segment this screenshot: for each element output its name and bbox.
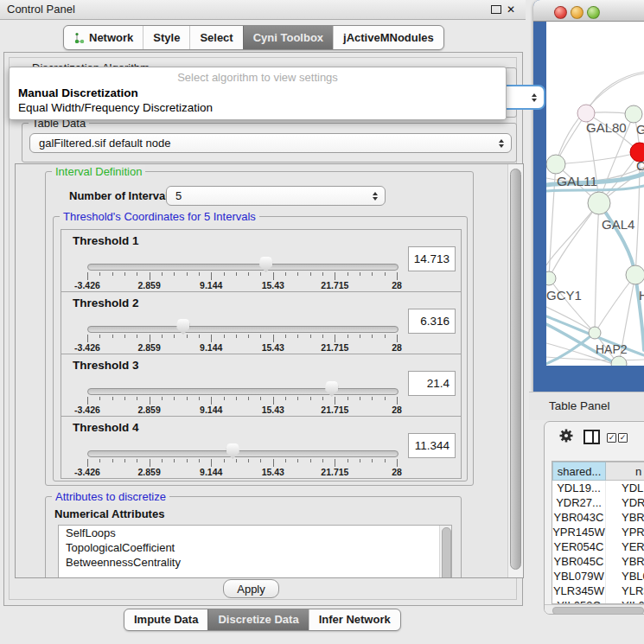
network-edge-highlighted xyxy=(599,203,635,275)
number-of-intervals-value: 5 xyxy=(175,189,182,202)
table-row[interactable]: YBR045CYBR0 xyxy=(552,554,644,569)
table-cell: YER054C xyxy=(552,539,606,554)
zoom-window-icon[interactable] xyxy=(587,6,600,19)
close-window-icon[interactable] xyxy=(554,6,567,19)
attribute-item[interactable]: SelfLoops xyxy=(59,526,451,540)
numerical-attributes-label: Numerical Attributes xyxy=(54,507,164,520)
threshold-label: Threshold 2 xyxy=(73,296,139,309)
network-edge xyxy=(546,203,599,265)
table-row[interactable]: YDR27...YDR2 xyxy=(552,495,644,510)
table-cell: YDR2 xyxy=(606,495,644,510)
threshold-panel-4: Threshold 4-3.4262.8599.14415.4321.71528… xyxy=(61,416,462,479)
network-node-label: GAL4 xyxy=(602,217,634,232)
threshold-value-field[interactable]: 11.344 xyxy=(408,433,456,458)
tab-jactivemnodules[interactable]: jActiveMNodules xyxy=(333,26,443,49)
network-node-label: HAP2 xyxy=(596,342,628,356)
column-header-2[interactable]: n xyxy=(606,462,644,481)
close-panel-icon[interactable]: ✕ xyxy=(507,3,515,16)
network-node[interactable] xyxy=(546,155,565,174)
tab-label: Style xyxy=(153,27,180,48)
slider-track[interactable] xyxy=(87,388,399,395)
table-cell: YBL079W xyxy=(552,569,606,583)
checkbox-column-icon[interactable]: ✓ xyxy=(607,433,616,443)
table-row[interactable]: YBR043CYBR0 xyxy=(552,510,644,525)
tab-discretize-data[interactable]: Discretize Data xyxy=(207,609,308,630)
table-row[interactable]: YLR345WYLR3 xyxy=(552,583,644,598)
combobox-arrows-icon xyxy=(499,139,504,148)
popup-placeholder-item[interactable]: Select algorithm to view settings xyxy=(10,71,506,84)
network-canvas[interactable]: GAL80GACGAL11GAL4HGCY1HAP2 xyxy=(546,22,644,366)
list-scrollbar-thumb[interactable] xyxy=(442,527,451,578)
threshold-panel-1: Threshold 1-3.4262.8599.14415.4321.71528… xyxy=(61,229,462,292)
table-data-value: galFiltered.sif default node xyxy=(39,137,170,150)
minimize-window-icon[interactable] xyxy=(571,6,583,19)
attributes-group: Attributes to discretize Numerical Attri… xyxy=(45,496,462,578)
attribute-item[interactable]: TopologicalCoefficient xyxy=(59,540,451,555)
threshold-value-field[interactable]: 21.4 xyxy=(408,371,456,396)
table-data-group: Table Data galFiltered.sif default node xyxy=(22,123,517,163)
control-panel-window: Control Panel ✕ NetworkStyleSelectCyni T… xyxy=(0,0,526,644)
attribute-item[interactable]: BetweennessCentrality xyxy=(59,555,451,570)
network-node[interactable] xyxy=(588,192,610,214)
node-attribute-table: shared...n YDL19...YDL1YDR27...YDR2YBR04… xyxy=(552,461,644,604)
network-edge xyxy=(549,164,556,278)
threshold-label: Threshold 3 xyxy=(73,359,139,372)
split-panel-icon[interactable] xyxy=(583,430,600,444)
network-node[interactable] xyxy=(589,327,601,339)
table-row[interactable]: YPR145WYPR1 xyxy=(552,525,644,539)
number-of-intervals-combobox[interactable]: 5 xyxy=(166,186,386,206)
network-node-label: GAL11 xyxy=(557,174,597,188)
settings-scroll-area: Interval Definition Number of Intervals … xyxy=(15,163,524,578)
list-scrollbar[interactable] xyxy=(439,526,451,578)
tab-impute-data[interactable]: Impute Data xyxy=(124,609,207,630)
table-cell: YPR1 xyxy=(606,525,644,539)
table-cell: YIL0 xyxy=(606,598,644,604)
slider-track[interactable] xyxy=(87,264,399,271)
table-data-combobox[interactable]: galFiltered.sif default node xyxy=(29,133,512,153)
table-row[interactable]: YIL052CYIL0 xyxy=(552,598,644,604)
table-cell: YDR27... xyxy=(552,495,606,510)
table-cell: YBR0 xyxy=(606,510,644,525)
tab-network[interactable]: Network xyxy=(64,26,143,49)
settings-scrollbar[interactable] xyxy=(507,164,523,577)
table-horizontal-scrollbar[interactable] xyxy=(545,604,644,615)
popup-item-2[interactable]: Equal Width/Frequency Discretization xyxy=(18,101,213,114)
slider-track[interactable] xyxy=(87,450,399,457)
table-cell: YER0 xyxy=(606,539,644,554)
control-panel-titlebar: Control Panel ✕ xyxy=(0,0,526,20)
threshold-panel-3: Threshold 3-3.4262.8599.14415.4321.71528… xyxy=(61,354,462,417)
slider-tick-labels: -3.4262.8599.14415.4321.71528 xyxy=(87,467,397,477)
network-edge-highlighted xyxy=(635,275,644,350)
table-scrollbar-thumb[interactable] xyxy=(552,607,644,615)
network-node[interactable] xyxy=(577,105,595,122)
checkbox-column-icon-2[interactable]: ✓ xyxy=(618,433,628,443)
network-node[interactable] xyxy=(626,265,644,284)
table-cell: YBR043C xyxy=(552,510,606,525)
threshold-value-field[interactable]: 14.713 xyxy=(408,246,456,271)
tab-style[interactable]: Style xyxy=(143,26,189,49)
slider-track[interactable] xyxy=(87,326,399,333)
network-node[interactable] xyxy=(625,105,642,123)
tab-infer-network[interactable]: Infer Network xyxy=(309,609,400,630)
network-node-label: GAL80 xyxy=(586,120,627,135)
algorithm-dropdown-popup: Select algorithm to view settings Manual… xyxy=(9,67,507,120)
table-row[interactable]: YBL079WYBL0 xyxy=(552,569,644,583)
table-panel: ✓ ✓ shared...n YDL19...YDL1YDR27...YDR2Y… xyxy=(544,421,644,615)
network-node-label: GCY1 xyxy=(546,288,582,303)
threshold-value-field[interactable]: 6.316 xyxy=(408,309,456,334)
network-window-titlebar[interactable] xyxy=(533,0,644,22)
table-row[interactable]: YER054CYER0 xyxy=(552,539,644,554)
settings-scrollbar-thumb[interactable] xyxy=(510,169,521,570)
column-header-1[interactable]: shared... xyxy=(552,462,606,481)
table-cell: YDL19... xyxy=(552,481,606,495)
float-window-icon[interactable] xyxy=(491,5,501,14)
tab-cyni-toolbox[interactable]: Cyni Toolbox xyxy=(243,26,333,49)
combobox-arrows-icon xyxy=(532,93,537,102)
network-node[interactable] xyxy=(546,271,556,285)
gear-icon[interactable] xyxy=(558,428,574,443)
tab-select[interactable]: Select xyxy=(189,26,242,49)
table-row[interactable]: YDL19...YDL1 xyxy=(552,481,644,495)
apply-button[interactable]: Apply xyxy=(223,579,279,598)
popup-item-1[interactable]: Manual Discretization xyxy=(18,86,138,99)
network-graph[interactable]: GAL80GACGAL11GAL4HGCY1HAP2 xyxy=(546,22,644,366)
